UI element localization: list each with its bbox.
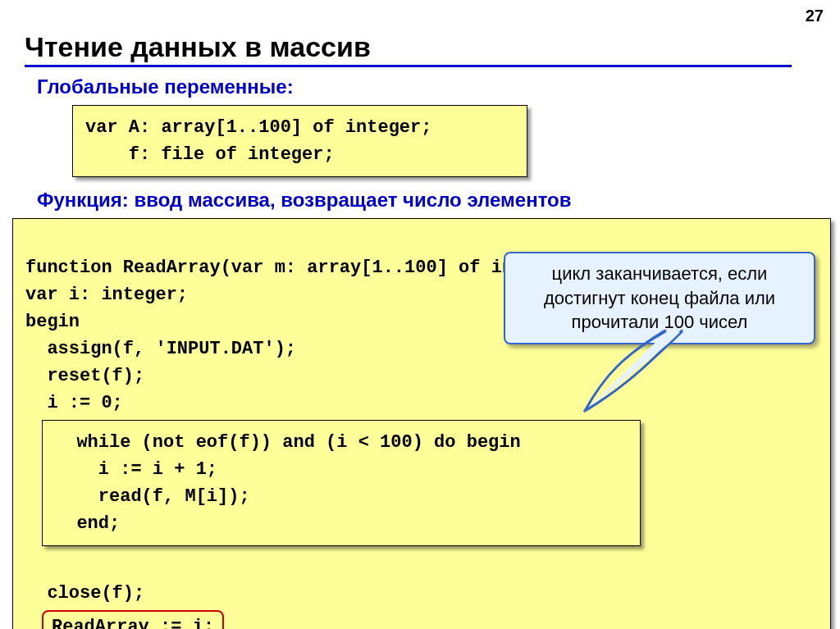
page-number: 27	[806, 7, 824, 25]
callout-note: цикл заканчивается, если достигнут конец…	[504, 252, 815, 344]
section1-heading: Глобальные переменные:	[37, 75, 815, 98]
return-highlight: ReadArray := i;	[42, 610, 224, 629]
function-code-block: function ReadArray(var m: array[1..100] …	[12, 218, 831, 629]
section2-heading: Функция: ввод массива, возвращает число …	[37, 189, 815, 212]
loop-code-block: while (not eof(f)) and (i < 100) do begi…	[42, 420, 641, 546]
code-post1: close(f);	[25, 583, 144, 604]
slide-title: Чтение данных в массив	[25, 31, 815, 63]
title-underline	[25, 65, 792, 67]
globals-code-block: var A: array[1..100] of integer; f: file…	[72, 105, 527, 177]
